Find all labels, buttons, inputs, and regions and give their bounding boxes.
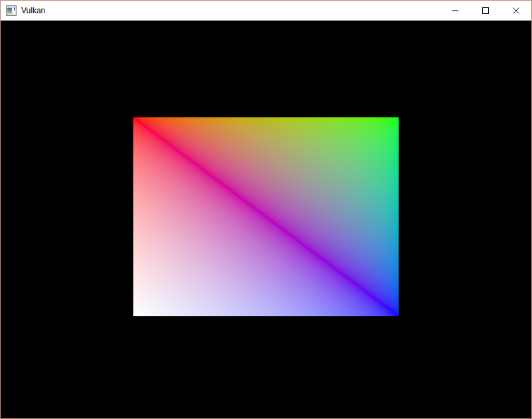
- render-viewport: [1, 21, 531, 418]
- close-icon: [513, 7, 519, 14]
- window-controls: [440, 1, 531, 21]
- close-button[interactable]: [501, 1, 531, 21]
- minimize-icon: [452, 7, 458, 14]
- title-bar[interactable]: Vulkan: [1, 1, 531, 21]
- default-app-window-icon: [6, 5, 17, 16]
- window-title: Vulkan: [21, 6, 45, 15]
- maximize-button[interactable]: [470, 1, 501, 21]
- minimize-button[interactable]: [440, 1, 470, 21]
- gradient-quad: [133, 117, 399, 316]
- vulkan-window: Vulkan: [0, 0, 532, 419]
- maximize-icon: [482, 7, 489, 14]
- app-icon[interactable]: [6, 5, 17, 16]
